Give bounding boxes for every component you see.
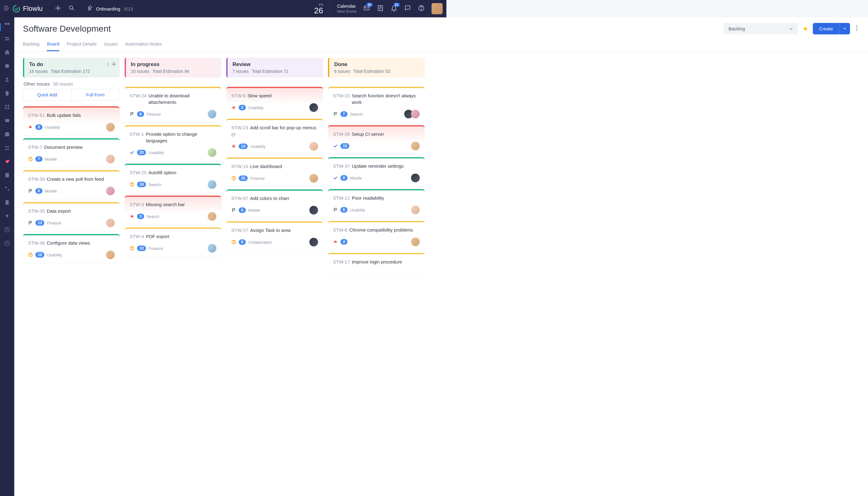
card-title: Add scroll bar for pop-up menus	[250, 124, 316, 131]
assignee-avatar[interactable]	[309, 142, 318, 151]
rail-item-14[interactable]	[4, 213, 11, 219]
card-STW-37[interactable]: STW-37Update reminder settings 9Mobile	[328, 157, 425, 186]
assignee-avatar[interactable]	[106, 187, 115, 195]
main-content: Software Development Backlog ★ Create	[14, 17, 446, 258]
column-title: Done	[334, 61, 420, 67]
card-STW-28[interactable]: STW-28Setup CI server 15	[328, 125, 425, 154]
card-STW-51[interactable]: STW-51Bulk update fails 8Usability	[23, 106, 120, 135]
assignee-avatar[interactable]	[309, 206, 318, 215]
tab-project-details[interactable]: Project Details	[67, 39, 97, 51]
column-header[interactable]: Review 7 IssuesTotal Estimation 71	[226, 58, 323, 78]
brand-logo[interactable]: Flowlu	[12, 5, 43, 13]
svg-line-37	[29, 126, 29, 126]
add-icon[interactable]	[55, 5, 61, 12]
tab-automation-rules[interactable]: Automation Rules	[125, 39, 161, 51]
chat-icon[interactable]	[404, 5, 411, 13]
tab-board[interactable]: Board	[47, 39, 59, 51]
card-STW-27[interactable]: STW-27Assign Task to area 9Collaboration	[226, 221, 323, 250]
rail-item-4[interactable]	[4, 63, 11, 69]
svg-line-52	[133, 217, 134, 217]
rail-item-9[interactable]	[4, 131, 11, 138]
card-STW-8[interactable]: STW-8Slow speed 3Usability	[226, 87, 323, 115]
column-meta: 7 IssuesTotal Estimation 71	[232, 69, 318, 74]
rail-item-2[interactable]	[4, 35, 11, 42]
card-STW-10[interactable]: STW-10Search function doesn't always wor…	[328, 87, 425, 122]
card-STW-7[interactable]: STW-7Document preview 7Mobile	[23, 138, 120, 167]
menu-toggle-icon[interactable]	[4, 6, 9, 12]
rail-item-5[interactable]	[4, 76, 11, 83]
assignee-avatar[interactable]	[309, 103, 318, 112]
card-id: STW-25	[129, 169, 146, 176]
rail-item-11[interactable]	[4, 172, 11, 179]
assignee-avatar[interactable]	[309, 174, 318, 183]
assignee-avatar[interactable]	[106, 250, 115, 258]
rail-item-16[interactable]	[4, 240, 11, 247]
assignee-avatar[interactable]	[411, 174, 420, 182]
card-STW-23[interactable]: STW-23Add scroll bar for pop-up menus 13…	[226, 119, 323, 154]
card-STW-25[interactable]: STW-25Autofill option 18Search	[125, 164, 221, 192]
full-form-button[interactable]: Full Form	[72, 89, 120, 100]
calendar-widget[interactable]: Calendar New Event	[337, 3, 356, 14]
assignee-avatar[interactable]	[411, 205, 420, 214]
card-STW-36[interactable]: STW-36Configure data views 10Usability	[23, 234, 120, 258]
assignee-avatar[interactable]	[208, 148, 216, 157]
rail-item-3[interactable]	[4, 49, 11, 56]
onboarding-widget[interactable]: Onboarding 5/13	[87, 5, 133, 12]
assignee-avatar[interactable]	[106, 219, 115, 227]
card-STW-12[interactable]: STW-12Poor readability 8Usability	[328, 189, 425, 218]
user-avatar[interactable]	[432, 3, 443, 14]
column-header[interactable]: Done 6 IssuesTotal Estimation 53	[328, 58, 425, 78]
assignee-avatar[interactable]	[208, 110, 216, 119]
card-STW-35[interactable]: STW-35Data export 13Finance	[23, 202, 120, 231]
card-STW-4[interactable]: STW-4PDF export 10Finance	[125, 228, 221, 257]
notes-icon[interactable]	[377, 5, 384, 13]
svg-line-49	[130, 215, 131, 216]
svg-point-30	[108, 62, 108, 63]
card-STW-15[interactable]: STW-15Live dashboard 25Finance	[226, 157, 323, 186]
assignee-avatar[interactable]	[208, 180, 216, 189]
column-header[interactable]: To do 18 IssuesTotal Estimation 172	[23, 58, 120, 78]
bell-icon[interactable]: 21	[391, 5, 398, 13]
assignee-avatar[interactable]	[208, 244, 216, 253]
card-id: STW-35	[28, 208, 45, 214]
column-header[interactable]: In progress 10 IssuesTotal Estimation 94	[125, 58, 221, 78]
assignee-avatar[interactable]	[309, 238, 318, 246]
rail-item-8[interactable]	[4, 117, 11, 124]
date-widget[interactable]: Fri 26	[314, 3, 323, 15]
card-STW-1[interactable]: STW-1Provide option to change languages …	[125, 125, 221, 160]
assignee-avatar[interactable]	[106, 155, 115, 164]
mail-icon[interactable]: 10	[363, 5, 370, 13]
card-meta: 4	[333, 239, 347, 245]
card-id: STW-4	[129, 233, 144, 239]
avatar[interactable]	[411, 110, 420, 119]
help-icon[interactable]	[418, 5, 425, 13]
rail-item-active[interactable]	[4, 158, 11, 165]
card-STW-24[interactable]: STW-24Unable to download attachements 8F…	[125, 87, 221, 122]
issue-type-icon	[333, 143, 338, 149]
card-STW-3[interactable]: STW-3Missing search bar 3Search	[125, 196, 221, 224]
column-add-icon[interactable]	[112, 62, 116, 67]
card-STW-47[interactable]: STW-47Add colors to chart 5Mobile	[226, 189, 323, 218]
tab-issues[interactable]: Issues	[104, 39, 118, 51]
rail-item-13[interactable]	[4, 199, 11, 206]
card-STW-39[interactable]: STW-39Create a new poll from feed 8Mobil…	[23, 170, 120, 199]
tab-backlog[interactable]: Backlog	[23, 39, 40, 51]
rail-item-15[interactable]	[4, 226, 11, 233]
column-more-icon[interactable]	[107, 62, 108, 67]
card-STW-6[interactable]: STW-6Chrome compatibility problems 4	[328, 221, 425, 250]
rail-item-7[interactable]	[4, 104, 11, 110]
card-STW-17[interactable]: STW-17Improve login procedure	[328, 253, 425, 258]
search-icon[interactable]	[69, 5, 74, 12]
rail-item-12[interactable]	[4, 185, 11, 192]
rail-item-10[interactable]	[4, 144, 11, 151]
assignee-avatar[interactable]	[411, 142, 420, 150]
rail-item-1[interactable]	[4, 22, 11, 29]
rail-item-6[interactable]	[4, 90, 11, 97]
svg-line-67	[235, 145, 235, 146]
assignee-avatar[interactable]	[106, 123, 115, 131]
assignee-avatar[interactable]	[411, 237, 420, 246]
count-pill: 9	[340, 175, 347, 181]
svg-rect-15	[7, 23, 10, 25]
assignee-avatar[interactable]	[208, 212, 216, 221]
quick-add-button[interactable]: Quick Add	[23, 89, 72, 100]
